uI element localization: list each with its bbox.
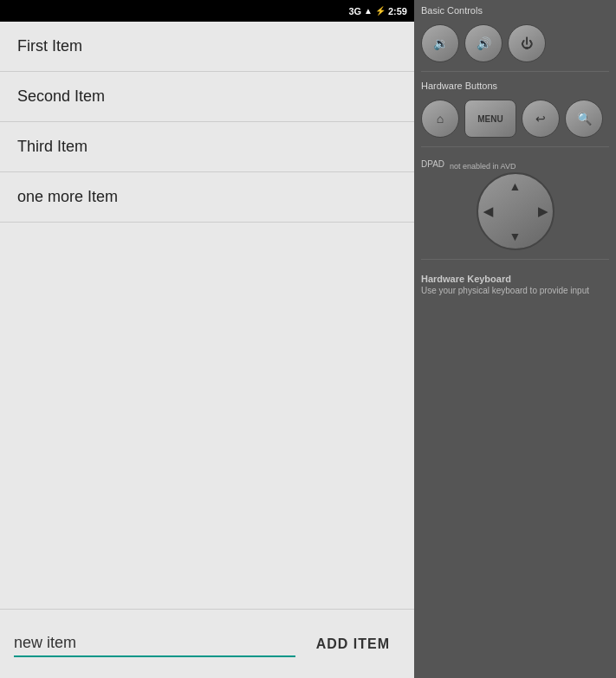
- menu-icon: MENU: [477, 114, 503, 124]
- list-item-text: Second Item: [17, 87, 105, 105]
- battery-icon: ⚡: [375, 6, 386, 16]
- list-item-text: First Item: [17, 37, 82, 55]
- dpad-right-icon: ▶: [538, 204, 548, 218]
- dpad-title: DPAD: [421, 159, 444, 169]
- dpad-note: not enabled in AVD: [450, 162, 515, 171]
- divider: [421, 71, 609, 72]
- divider2: [421, 146, 609, 147]
- keyboard-description: Use your physical keyboard to provide in…: [421, 286, 609, 295]
- avd-panel: Basic Controls 🔉 🔊 ⏻ Hardware Buttons ⌂ …: [414, 0, 616, 678]
- home-icon: ⌂: [437, 112, 444, 126]
- list-area: First Item Second Item Third Item one mo…: [0, 22, 414, 609]
- bottom-bar: ADD ITEM: [0, 609, 414, 678]
- back-button[interactable]: ↩: [522, 100, 560, 138]
- list-item-text: one more Item: [17, 188, 118, 205]
- search-icon: 🔍: [577, 112, 592, 126]
- volume-up-button[interactable]: 🔊: [464, 24, 503, 62]
- clock: 2:59: [388, 6, 407, 16]
- add-item-button[interactable]: ADD ITEM: [306, 630, 400, 659]
- signal-icon: ▲: [364, 6, 373, 16]
- list-item[interactable]: Second Item: [0, 72, 414, 122]
- volume-down-button[interactable]: 🔉: [421, 24, 459, 62]
- menu-button[interactable]: MENU: [464, 100, 516, 138]
- list-item-text: Third Item: [17, 138, 88, 155]
- dpad-left-icon: ◀: [483, 204, 493, 218]
- status-icons: 3G ▲ ⚡ 2:59: [348, 6, 407, 16]
- home-button[interactable]: ⌂: [421, 100, 459, 138]
- back-icon: ↩: [535, 112, 546, 126]
- divider3: [421, 259, 609, 260]
- status-bar: 3G ▲ ⚡ 2:59: [0, 0, 414, 22]
- keyboard-section: Hardware Keyboard Use your physical keyb…: [421, 274, 609, 295]
- volume-controls-row: 🔉 🔊 ⏻: [421, 24, 609, 62]
- hardware-buttons-row: ⌂ MENU ↩ 🔍: [421, 100, 609, 138]
- volume-down-icon: 🔉: [433, 36, 448, 50]
- basic-controls-title: Basic Controls: [421, 5, 609, 16]
- list-item[interactable]: First Item: [0, 22, 414, 72]
- list-item[interactable]: Third Item: [0, 122, 414, 172]
- new-item-input[interactable]: [14, 630, 295, 657]
- dpad-section: DPAD not enabled in AVD ▲ ▼ ◀ ▶: [421, 159, 609, 250]
- dpad-container: ▲ ▼ ◀ ▶: [477, 172, 554, 250]
- search-button[interactable]: 🔍: [565, 100, 603, 138]
- power-button[interactable]: ⏻: [508, 24, 546, 62]
- dpad[interactable]: ▲ ▼ ◀ ▶: [477, 172, 554, 250]
- hardware-buttons-title: Hardware Buttons: [421, 81, 609, 91]
- input-wrapper: [14, 630, 295, 657]
- dpad-down-icon: ▼: [509, 229, 522, 243]
- app-panel: 3G ▲ ⚡ 2:59 First Item Second Item Third…: [0, 0, 414, 678]
- power-icon: ⏻: [521, 36, 533, 50]
- keyboard-title: Hardware Keyboard: [421, 274, 609, 284]
- volume-up-icon: 🔊: [477, 36, 491, 50]
- list-item[interactable]: one more Item: [0, 172, 414, 223]
- network-indicator: 3G: [348, 6, 361, 16]
- dpad-up-icon: ▲: [509, 179, 522, 193]
